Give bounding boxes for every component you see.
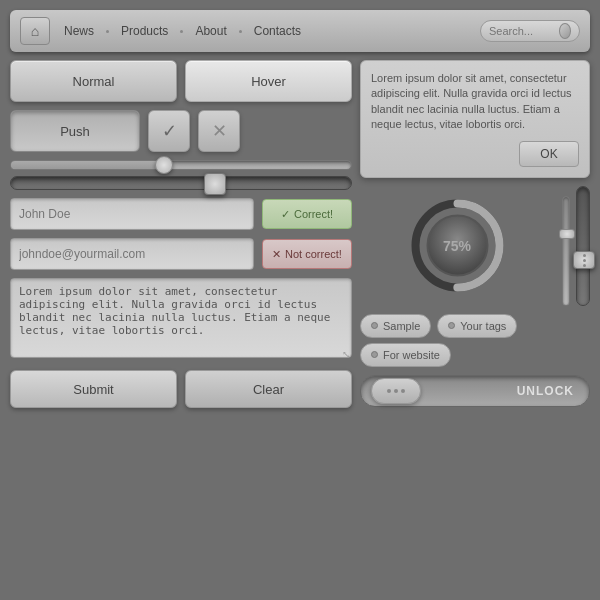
name-input[interactable] (10, 198, 254, 230)
action-buttons: Submit Clear (10, 370, 352, 408)
vslider-2-track[interactable] (576, 186, 590, 306)
hover-button[interactable]: Hover (185, 60, 352, 102)
nav-link-news[interactable]: News (56, 24, 102, 38)
correct-status: ✓ Correct! (262, 199, 352, 229)
search-box (480, 20, 580, 42)
vslider-1-track[interactable] (562, 196, 570, 306)
slider-track-light[interactable] (10, 160, 352, 170)
mid-right-section: 75% (360, 186, 590, 306)
tags-row-2: For website (360, 343, 590, 367)
submit-button[interactable]: Submit (10, 370, 177, 408)
button-row-2: Push ✓ ✕ (10, 110, 352, 152)
unlock-dot (394, 389, 398, 393)
check-button[interactable]: ✓ (148, 110, 190, 152)
tag-your-tags[interactable]: Your tags (437, 314, 517, 338)
tag-for-website[interactable]: For website (360, 343, 451, 367)
button-row-1: Normal Hover (10, 60, 352, 102)
incorrect-label: Not correct! (285, 248, 342, 260)
correct-icon: ✓ (281, 208, 290, 221)
unlock-handle[interactable] (371, 378, 421, 404)
tag-dot (371, 322, 378, 329)
clear-button[interactable]: Clear (185, 370, 352, 408)
nav-separator (180, 30, 183, 33)
vslider-dots (583, 254, 586, 267)
left-panel: Normal Hover Push ✓ ✕ (10, 60, 352, 408)
dialog-ok-button[interactable]: OK (519, 141, 579, 167)
vslider-dot (583, 259, 586, 262)
email-input[interactable] (10, 238, 254, 270)
dialog-text: Lorem ipsum dolor sit amet, consectetur … (371, 71, 579, 133)
tags-section: Sample Your tags For website (360, 314, 590, 367)
email-form-row: ✕ Not correct! (10, 238, 352, 270)
nav-links: News Products About Contacts (56, 24, 480, 38)
tag-sample[interactable]: Sample (360, 314, 431, 338)
unlock-label: UNLOCK (517, 384, 574, 398)
correct-label: Correct! (294, 208, 333, 220)
incorrect-icon: ✕ (272, 248, 281, 261)
tag-label-for-website: For website (383, 349, 440, 361)
unlock-dot (401, 389, 405, 393)
check-icon: ✓ (162, 120, 177, 142)
tag-label-sample: Sample (383, 320, 420, 332)
progress-label: 75% (443, 238, 471, 254)
nav-separator (106, 30, 109, 33)
navbar: ⌂ News Products About Contacts (10, 10, 590, 52)
search-icon (559, 23, 571, 39)
vslider-2-thumb[interactable] (573, 251, 595, 269)
cross-icon: ✕ (212, 120, 227, 142)
vslider-1-container (562, 196, 570, 306)
vslider-dot (583, 254, 586, 257)
tag-dot (371, 351, 378, 358)
main-content: Normal Hover Push ✓ ✕ (10, 60, 590, 408)
resize-handle-icon: ⤡ (342, 349, 350, 360)
right-panel: Lorem ipsum dolor sit amet, consectetur … (360, 60, 590, 408)
nav-link-products[interactable]: Products (113, 24, 176, 38)
home-icon: ⌂ (31, 23, 39, 39)
dialog-box: Lorem ipsum dolor sit amet, consectetur … (360, 60, 590, 178)
normal-button[interactable]: Normal (10, 60, 177, 102)
vslider-dot (583, 264, 586, 267)
nav-link-contacts[interactable]: Contacts (246, 24, 309, 38)
icon-buttons: ✓ ✕ (148, 110, 240, 152)
tag-label-your-tags: Your tags (460, 320, 506, 332)
circle-progress: 75% (410, 198, 505, 293)
unlock-dot (387, 389, 391, 393)
vslider-2-container (576, 186, 590, 306)
nav-home-button[interactable]: ⌂ (20, 17, 50, 45)
push-button[interactable]: Push (10, 110, 140, 152)
name-form-row: ✓ Correct! (10, 198, 352, 230)
message-textarea[interactable]: Lorem ipsum dolor sit amet, consectetur … (10, 278, 352, 358)
slider-section (10, 160, 352, 190)
slider-track-dark[interactable] (10, 176, 352, 190)
slider-thumb-2[interactable] (204, 173, 226, 195)
nav-link-about[interactable]: About (187, 24, 234, 38)
textarea-wrap: Lorem ipsum dolor sit amet, consectetur … (10, 278, 352, 362)
cross-button[interactable]: ✕ (198, 110, 240, 152)
vertical-sliders (562, 186, 590, 306)
search-input[interactable] (489, 25, 559, 37)
incorrect-status: ✕ Not correct! (262, 239, 352, 269)
slider-thumb-1[interactable] (155, 156, 173, 174)
nav-separator (239, 30, 242, 33)
vslider-1-thumb[interactable] (559, 229, 575, 239)
unlock-slider[interactable]: UNLOCK (360, 375, 590, 407)
tags-row-1: Sample Your tags (360, 314, 590, 338)
tag-dot (448, 322, 455, 329)
